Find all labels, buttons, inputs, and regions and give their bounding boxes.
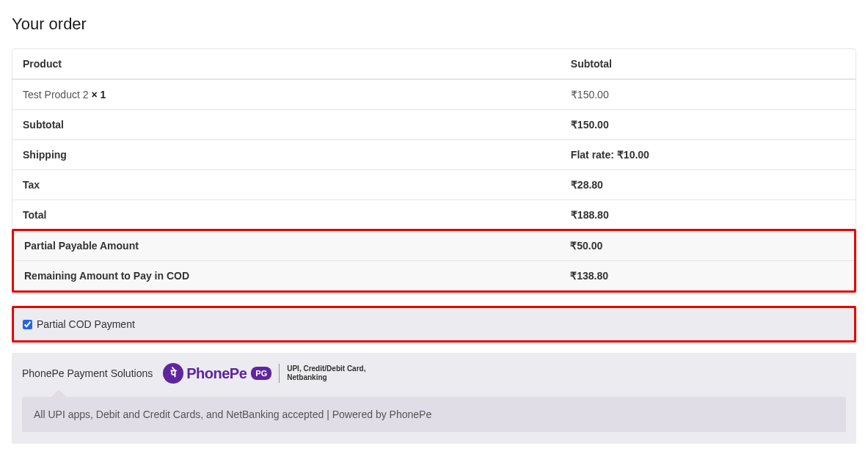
partial-payable-value: ₹50.00 [560,231,854,261]
product-name: Test Product 2 [23,89,91,100]
partial-cod-option: Partial COD Payment [12,306,856,343]
subtotal-label: Subtotal [12,109,561,139]
partial-cod-label[interactable]: Partial COD Payment [37,318,135,330]
total-label: Total [12,199,561,230]
tax-label: Tax [12,169,561,199]
order-heading: Your order [12,15,856,34]
shipping-value: Flat rate: ₹10.00 [561,139,856,169]
logo-subtext: UPI, Credit/Debit Card, Netbanking [287,365,365,382]
phonepe-logo: पे PhonePe PG UPI, Credit/Debit Card, Ne… [163,363,365,384]
payment-method-title: PhonePe Payment Solutions [22,367,153,379]
payment-description: All UPI apps, Debit and Credit Cards, an… [22,397,846,432]
payment-method-phonepe[interactable]: PhonePe Payment Solutions पे PhonePe PG … [12,353,856,444]
order-review-table: Product Subtotal Test Product 2 × 1 ₹150… [12,48,856,230]
partial-cod-checkbox[interactable] [23,320,32,329]
phonepe-icon: पे [163,363,183,384]
subtotal-column-header: Subtotal [561,49,856,79]
subtotal-value: ₹150.00 [561,109,856,139]
order-item-row: Test Product 2 × 1 ₹150.00 [12,79,856,109]
logo-divider [279,364,280,383]
product-column-header: Product [12,49,561,79]
pg-badge: PG [251,367,271,380]
remaining-cod-value: ₹138.80 [560,261,854,291]
product-quantity: × 1 [91,89,106,100]
product-price: ₹150.00 [561,79,856,109]
remaining-cod-label: Remaining Amount to Pay in COD [14,261,560,291]
phonepe-wordmark: PhonePe [186,365,247,382]
partial-payable-label: Partial Payable Amount [14,231,560,261]
total-value: ₹188.80 [561,199,856,230]
shipping-label: Shipping [12,139,561,169]
partial-payment-highlight: Partial Payable Amount ₹50.00 Remaining … [12,229,856,293]
tax-value: ₹28.80 [561,169,856,199]
